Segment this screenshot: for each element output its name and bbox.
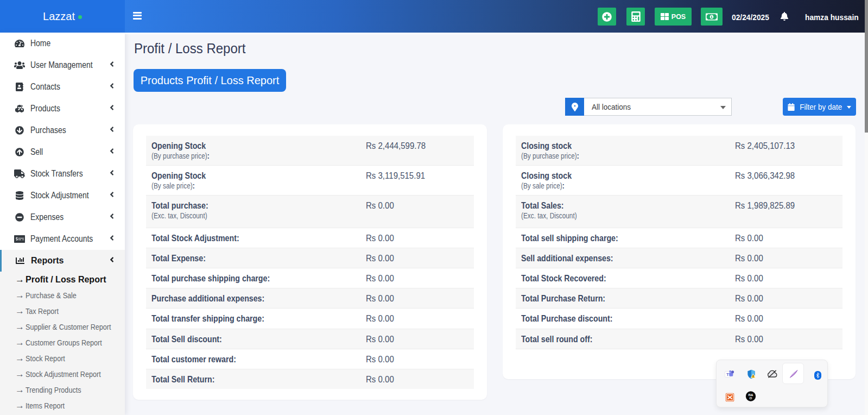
svg-text:O: O <box>750 395 752 399</box>
svg-text:T: T <box>726 372 729 376</box>
